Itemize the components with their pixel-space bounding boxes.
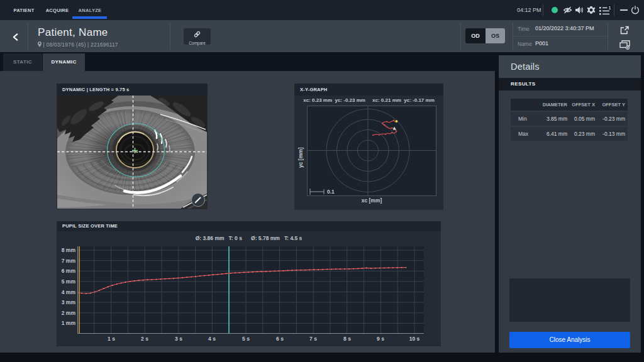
svg-text:1: 1 bbox=[608, 5, 611, 11]
svg-text:0.1: 0.1 bbox=[327, 189, 335, 195]
